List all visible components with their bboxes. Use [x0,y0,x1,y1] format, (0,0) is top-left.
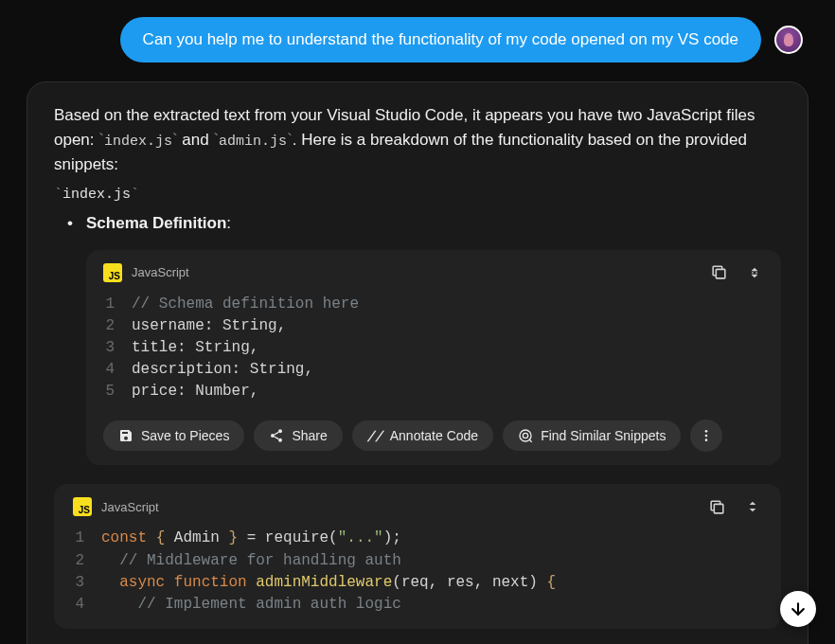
avatar[interactable] [774,26,803,54]
svg-point-3 [278,430,282,434]
avatar-image [784,33,793,46]
code-line: 2 // Middleware for handling auth [73,550,762,572]
code-line: 5price: Number, [103,381,764,402]
annotate-icon: // [367,428,382,443]
line-content: title: String, [132,337,258,359]
line-number: 2 [73,550,101,572]
user-message-text: Can you help me to understand the functi… [143,30,738,48]
code-language-label: JS JavaScript [73,497,159,516]
svg-point-7 [523,434,527,438]
code-line: 3title: String, [103,337,764,359]
line-number: 4 [73,594,101,616]
user-message-bubble: Can you help me to understand the functi… [120,17,761,63]
annotate-code-button[interactable]: // Annotate Code [352,420,493,451]
list-item: Schema Definition: [67,214,781,233]
line-content: // Middleware for handling auth [101,550,401,572]
code-block: JS JavaScript 1const { Admin } = require… [54,484,781,629]
code-line: 1// Schema definition here [103,294,764,315]
language-text: JavaScript [132,265,189,279]
line-content: async function adminMiddleware(req, res,… [101,572,556,594]
bullet-bold: Schema Definition [86,214,226,232]
line-number: 2 [103,315,132,337]
svg-marker-13 [750,502,756,505]
line-content: const { Admin } = require("..."); [101,528,401,549]
code-block: JS JavaScript 1// Schema definition here… [86,250,781,466]
scroll-down-button[interactable] [780,591,816,627]
language-text: JavaScript [101,500,159,514]
response-intro: Based on the extracted text from your Vi… [54,103,781,177]
collapse-icon[interactable] [745,263,764,282]
line-content: // Schema definition here [132,294,359,315]
line-content: price: Number, [132,381,258,402]
line-number: 3 [73,572,101,594]
code-line: 1const { Admin } = require("..."); [73,528,762,549]
file-heading: `index.js` [54,187,781,203]
bullet-list: Schema Definition: [54,214,781,233]
svg-point-10 [705,435,708,438]
svg-point-11 [705,439,708,442]
code-body: 1// Schema definition here2username: Str… [103,294,764,403]
inline-code-file2: admin.js [219,134,287,150]
code-actions-bar: Save to Pieces Share // Annotate Code Fi… [103,420,764,452]
inline-code-file1: index.js [104,134,172,150]
svg-line-8 [529,439,532,442]
assistant-response-card: Based on the extracted text from your Vi… [27,81,808,644]
code-line: 3 async function adminMiddleware(req, re… [73,572,762,594]
collapse-icon[interactable] [743,497,762,516]
js-badge-icon: JS [73,497,92,516]
intro-mid: and [178,131,214,149]
line-number: 1 [73,528,101,549]
copy-icon[interactable] [709,263,728,282]
code-body: 1const { Admin } = require("...");2 // M… [73,528,762,616]
line-number: 3 [103,337,132,359]
svg-point-5 [278,438,282,442]
code-header: JS JavaScript [73,497,762,516]
code-line: 2username: String, [103,315,764,337]
save-to-pieces-button[interactable]: Save to Pieces [103,420,244,451]
line-number: 1 [103,294,132,315]
svg-rect-12 [714,504,723,513]
user-message-row: Can you help me to understand the functi… [27,17,808,63]
more-actions-button[interactable] [690,420,722,452]
line-content: description: String, [132,359,313,381]
code-line: 4description: String, [103,359,764,381]
find-similar-button[interactable]: Find Similar Snippets [503,420,681,451]
svg-marker-2 [752,275,758,277]
js-badge-icon: JS [103,263,122,282]
svg-rect-0 [716,269,725,278]
line-content: // Implement admin auth logic [101,594,401,616]
svg-point-4 [271,434,275,438]
line-content: username: String, [132,315,286,337]
line-number: 5 [103,381,132,402]
svg-marker-14 [750,509,756,511]
copy-icon[interactable] [707,497,726,516]
code-line: 4 // Implement admin auth logic [73,594,762,616]
svg-point-9 [705,430,708,433]
code-language-label: JS JavaScript [103,263,189,282]
line-number: 4 [103,359,132,381]
share-button[interactable]: Share [254,420,342,451]
code-header: JS JavaScript [103,263,764,282]
svg-marker-1 [752,267,758,270]
